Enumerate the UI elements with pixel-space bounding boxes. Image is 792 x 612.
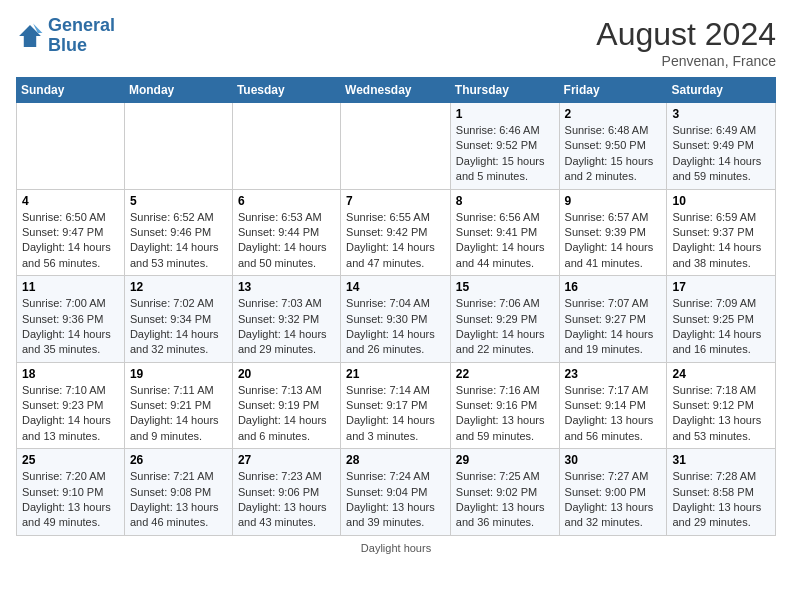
calendar-day-cell: 8 Sunrise: 6:56 AMSunset: 9:41 PMDayligh… bbox=[450, 189, 559, 276]
calendar-day-cell: 27 Sunrise: 7:23 AMSunset: 9:06 PMDaylig… bbox=[232, 449, 340, 536]
day-number: 13 bbox=[238, 280, 335, 294]
daylight-label: Daylight hours bbox=[361, 542, 431, 554]
calendar-day-cell: 12 Sunrise: 7:02 AMSunset: 9:34 PMDaylig… bbox=[124, 276, 232, 363]
calendar-day-cell: 11 Sunrise: 7:00 AMSunset: 9:36 PMDaylig… bbox=[17, 276, 125, 363]
day-info: Sunrise: 7:14 AMSunset: 9:17 PMDaylight:… bbox=[346, 384, 435, 442]
calendar-week-row: 25 Sunrise: 7:20 AMSunset: 9:10 PMDaylig… bbox=[17, 449, 776, 536]
day-info: Sunrise: 7:11 AMSunset: 9:21 PMDaylight:… bbox=[130, 384, 219, 442]
day-number: 10 bbox=[672, 194, 770, 208]
day-number: 8 bbox=[456, 194, 554, 208]
page-header: General Blue August 2024 Penvenan, Franc… bbox=[16, 16, 776, 69]
day-number: 19 bbox=[130, 367, 227, 381]
day-info: Sunrise: 6:46 AMSunset: 9:52 PMDaylight:… bbox=[456, 124, 545, 182]
main-title: August 2024 bbox=[596, 16, 776, 53]
subtitle: Penvenan, France bbox=[596, 53, 776, 69]
day-number: 31 bbox=[672, 453, 770, 467]
day-number: 23 bbox=[565, 367, 662, 381]
day-info: Sunrise: 6:55 AMSunset: 9:42 PMDaylight:… bbox=[346, 211, 435, 269]
day-info: Sunrise: 6:52 AMSunset: 9:46 PMDaylight:… bbox=[130, 211, 219, 269]
day-info: Sunrise: 6:48 AMSunset: 9:50 PMDaylight:… bbox=[565, 124, 654, 182]
calendar-day-cell: 21 Sunrise: 7:14 AMSunset: 9:17 PMDaylig… bbox=[341, 362, 451, 449]
day-info: Sunrise: 6:53 AMSunset: 9:44 PMDaylight:… bbox=[238, 211, 327, 269]
title-block: August 2024 Penvenan, France bbox=[596, 16, 776, 69]
day-info: Sunrise: 6:50 AMSunset: 9:47 PMDaylight:… bbox=[22, 211, 111, 269]
day-info: Sunrise: 7:13 AMSunset: 9:19 PMDaylight:… bbox=[238, 384, 327, 442]
calendar-day-cell: 20 Sunrise: 7:13 AMSunset: 9:19 PMDaylig… bbox=[232, 362, 340, 449]
calendar-day-cell: 9 Sunrise: 6:57 AMSunset: 9:39 PMDayligh… bbox=[559, 189, 667, 276]
calendar-day-cell: 18 Sunrise: 7:10 AMSunset: 9:23 PMDaylig… bbox=[17, 362, 125, 449]
calendar-day-cell: 10 Sunrise: 6:59 AMSunset: 9:37 PMDaylig… bbox=[667, 189, 776, 276]
calendar-body: 1 Sunrise: 6:46 AMSunset: 9:52 PMDayligh… bbox=[17, 103, 776, 536]
calendar-day-cell: 26 Sunrise: 7:21 AMSunset: 9:08 PMDaylig… bbox=[124, 449, 232, 536]
day-number: 5 bbox=[130, 194, 227, 208]
calendar-day-cell: 28 Sunrise: 7:24 AMSunset: 9:04 PMDaylig… bbox=[341, 449, 451, 536]
calendar-day-cell: 2 Sunrise: 6:48 AMSunset: 9:50 PMDayligh… bbox=[559, 103, 667, 190]
day-info: Sunrise: 7:00 AMSunset: 9:36 PMDaylight:… bbox=[22, 297, 111, 355]
day-info: Sunrise: 7:03 AMSunset: 9:32 PMDaylight:… bbox=[238, 297, 327, 355]
day-number: 15 bbox=[456, 280, 554, 294]
calendar-day-cell: 14 Sunrise: 7:04 AMSunset: 9:30 PMDaylig… bbox=[341, 276, 451, 363]
day-info: Sunrise: 7:16 AMSunset: 9:16 PMDaylight:… bbox=[456, 384, 545, 442]
day-number: 26 bbox=[130, 453, 227, 467]
calendar-day-cell bbox=[17, 103, 125, 190]
calendar-week-row: 18 Sunrise: 7:10 AMSunset: 9:23 PMDaylig… bbox=[17, 362, 776, 449]
day-info: Sunrise: 7:02 AMSunset: 9:34 PMDaylight:… bbox=[130, 297, 219, 355]
day-number: 20 bbox=[238, 367, 335, 381]
calendar-day-cell: 23 Sunrise: 7:17 AMSunset: 9:14 PMDaylig… bbox=[559, 362, 667, 449]
calendar-day-cell: 24 Sunrise: 7:18 AMSunset: 9:12 PMDaylig… bbox=[667, 362, 776, 449]
calendar-week-row: 4 Sunrise: 6:50 AMSunset: 9:47 PMDayligh… bbox=[17, 189, 776, 276]
calendar-day-header: Friday bbox=[559, 78, 667, 103]
day-number: 17 bbox=[672, 280, 770, 294]
calendar-day-cell bbox=[124, 103, 232, 190]
calendar-day-cell: 31 Sunrise: 7:28 AMSunset: 8:58 PMDaylig… bbox=[667, 449, 776, 536]
day-number: 9 bbox=[565, 194, 662, 208]
day-info: Sunrise: 7:24 AMSunset: 9:04 PMDaylight:… bbox=[346, 470, 435, 528]
day-info: Sunrise: 6:56 AMSunset: 9:41 PMDaylight:… bbox=[456, 211, 545, 269]
day-info: Sunrise: 6:57 AMSunset: 9:39 PMDaylight:… bbox=[565, 211, 654, 269]
day-number: 14 bbox=[346, 280, 445, 294]
day-info: Sunrise: 7:18 AMSunset: 9:12 PMDaylight:… bbox=[672, 384, 761, 442]
day-info: Sunrise: 7:04 AMSunset: 9:30 PMDaylight:… bbox=[346, 297, 435, 355]
calendar-day-cell: 6 Sunrise: 6:53 AMSunset: 9:44 PMDayligh… bbox=[232, 189, 340, 276]
calendar-table: SundayMondayTuesdayWednesdayThursdayFrid… bbox=[16, 77, 776, 536]
day-info: Sunrise: 7:23 AMSunset: 9:06 PMDaylight:… bbox=[238, 470, 327, 528]
day-number: 18 bbox=[22, 367, 119, 381]
day-number: 21 bbox=[346, 367, 445, 381]
day-number: 12 bbox=[130, 280, 227, 294]
day-number: 7 bbox=[346, 194, 445, 208]
footer: Daylight hours bbox=[16, 542, 776, 554]
day-info: Sunrise: 7:17 AMSunset: 9:14 PMDaylight:… bbox=[565, 384, 654, 442]
calendar-week-row: 1 Sunrise: 6:46 AMSunset: 9:52 PMDayligh… bbox=[17, 103, 776, 190]
day-number: 3 bbox=[672, 107, 770, 121]
calendar-day-header: Thursday bbox=[450, 78, 559, 103]
calendar-day-cell: 5 Sunrise: 6:52 AMSunset: 9:46 PMDayligh… bbox=[124, 189, 232, 276]
calendar-day-cell: 7 Sunrise: 6:55 AMSunset: 9:42 PMDayligh… bbox=[341, 189, 451, 276]
day-info: Sunrise: 7:20 AMSunset: 9:10 PMDaylight:… bbox=[22, 470, 111, 528]
day-number: 24 bbox=[672, 367, 770, 381]
logo-icon bbox=[16, 22, 44, 50]
day-number: 22 bbox=[456, 367, 554, 381]
day-number: 25 bbox=[22, 453, 119, 467]
calendar-day-cell: 25 Sunrise: 7:20 AMSunset: 9:10 PMDaylig… bbox=[17, 449, 125, 536]
day-number: 11 bbox=[22, 280, 119, 294]
day-number: 4 bbox=[22, 194, 119, 208]
day-number: 28 bbox=[346, 453, 445, 467]
day-info: Sunrise: 7:09 AMSunset: 9:25 PMDaylight:… bbox=[672, 297, 761, 355]
day-info: Sunrise: 7:27 AMSunset: 9:00 PMDaylight:… bbox=[565, 470, 654, 528]
day-number: 27 bbox=[238, 453, 335, 467]
logo-text: General Blue bbox=[48, 16, 115, 56]
calendar-day-cell bbox=[232, 103, 340, 190]
calendar-day-cell: 17 Sunrise: 7:09 AMSunset: 9:25 PMDaylig… bbox=[667, 276, 776, 363]
day-number: 16 bbox=[565, 280, 662, 294]
calendar-day-header: Saturday bbox=[667, 78, 776, 103]
calendar-day-cell: 22 Sunrise: 7:16 AMSunset: 9:16 PMDaylig… bbox=[450, 362, 559, 449]
calendar-day-cell: 16 Sunrise: 7:07 AMSunset: 9:27 PMDaylig… bbox=[559, 276, 667, 363]
day-number: 2 bbox=[565, 107, 662, 121]
calendar-day-cell: 15 Sunrise: 7:06 AMSunset: 9:29 PMDaylig… bbox=[450, 276, 559, 363]
day-info: Sunrise: 7:25 AMSunset: 9:02 PMDaylight:… bbox=[456, 470, 545, 528]
calendar-day-cell: 30 Sunrise: 7:27 AMSunset: 9:00 PMDaylig… bbox=[559, 449, 667, 536]
calendar-day-cell: 13 Sunrise: 7:03 AMSunset: 9:32 PMDaylig… bbox=[232, 276, 340, 363]
calendar-day-cell: 4 Sunrise: 6:50 AMSunset: 9:47 PMDayligh… bbox=[17, 189, 125, 276]
logo: General Blue bbox=[16, 16, 115, 56]
calendar-day-header: Wednesday bbox=[341, 78, 451, 103]
